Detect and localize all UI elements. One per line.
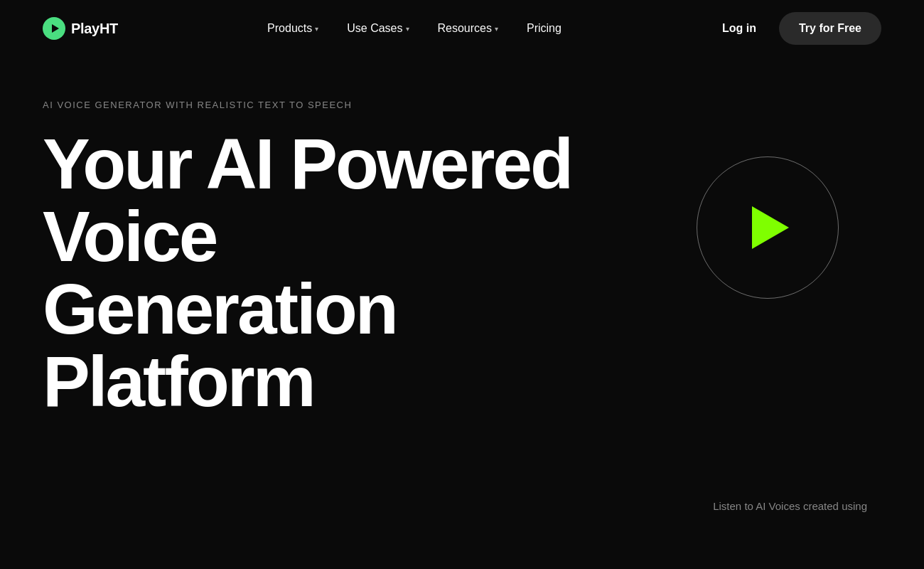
hero-title-line1: Your AI Powered bbox=[43, 124, 571, 203]
logo[interactable]: PlayHT bbox=[43, 17, 118, 40]
nav-item-resources[interactable]: Resources ▾ bbox=[426, 16, 510, 41]
nav-label-usecases: Use Cases bbox=[347, 22, 402, 35]
nav-links: Products ▾ Use Cases ▾ Resources ▾ Prici… bbox=[118, 16, 711, 41]
nav-label-resources: Resources bbox=[438, 22, 492, 35]
nav-item-usecases[interactable]: Use Cases ▾ bbox=[335, 16, 420, 41]
nav-item-products[interactable]: Products ▾ bbox=[256, 16, 330, 41]
hero-title-line4: Platform bbox=[43, 341, 314, 421]
logo-icon bbox=[43, 17, 65, 40]
nav-label-products: Products bbox=[267, 22, 312, 35]
chevron-down-icon-resources: ▾ bbox=[495, 25, 498, 33]
navbar: PlayHT Products ▾ Use Cases ▾ Resources … bbox=[0, 0, 924, 57]
chevron-down-icon-products: ▾ bbox=[315, 25, 318, 33]
hero-title-line2: Voice bbox=[43, 196, 216, 276]
nav-actions: Log in Try for Free bbox=[711, 12, 881, 45]
nav-item-pricing[interactable]: Pricing bbox=[515, 16, 573, 41]
play-demo-button[interactable] bbox=[697, 156, 839, 299]
hero-title: Your AI Powered Voice Generation Platfor… bbox=[43, 127, 625, 418]
chevron-down-icon-usecases: ▾ bbox=[406, 25, 409, 33]
nav-label-pricing: Pricing bbox=[527, 22, 562, 35]
listen-text: Listen to AI Voices created using bbox=[713, 500, 867, 512]
logo-text: PlayHT bbox=[71, 21, 118, 37]
play-triangle-icon bbox=[752, 206, 789, 249]
login-button[interactable]: Log in bbox=[711, 16, 768, 41]
hero-title-line3: Generation bbox=[43, 269, 397, 349]
hero-subtitle: AI VOICE GENERATOR WITH REALISTIC TEXT T… bbox=[43, 100, 881, 110]
hero-section: AI VOICE GENERATOR WITH REALISTIC TEXT T… bbox=[0, 57, 924, 569]
try-for-free-button[interactable]: Try for Free bbox=[779, 12, 881, 45]
play-button-container bbox=[697, 156, 839, 299]
